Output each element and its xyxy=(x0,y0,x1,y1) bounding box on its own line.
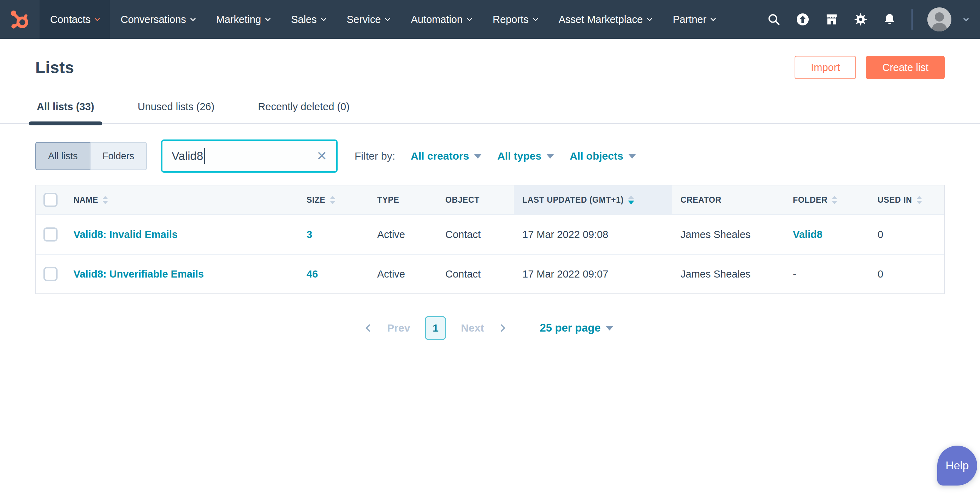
cell-object: Contact xyxy=(437,229,514,240)
cell-folder: - xyxy=(784,268,869,280)
import-button[interactable]: Import xyxy=(795,56,856,79)
column-label: SIZE xyxy=(307,195,326,205)
search-icon[interactable] xyxy=(767,12,781,27)
nav-item-automation[interactable]: Automation xyxy=(400,0,482,39)
cell-size: 3 xyxy=(298,229,369,240)
sort-icon xyxy=(916,196,922,204)
nav-item-label: Sales xyxy=(291,14,317,25)
cell-size: 46 xyxy=(298,268,369,280)
row-checkbox-cell xyxy=(36,267,65,281)
column-header-folder[interactable]: FOLDER xyxy=(784,185,869,214)
tab-unused-lists[interactable]: Unused lists (26) xyxy=(136,97,216,123)
table-row: Valid8: Invalid Emails 3 Active Contact … xyxy=(36,214,944,254)
lists-table: NAME SIZE TYPE OBJECT LAST UPDATED (GMT+… xyxy=(35,185,945,294)
nav-item-service[interactable]: Service xyxy=(336,0,401,39)
tab-all-lists[interactable]: All lists (33) xyxy=(35,97,96,123)
list-name-link[interactable]: Valid8: Unverifiable Emails xyxy=(73,268,204,280)
cell-last-updated: 17 Mar 2022 09:07 xyxy=(514,268,672,280)
prev-page-chevron-icon[interactable] xyxy=(366,324,374,332)
chevron-down-icon xyxy=(385,16,391,21)
list-name-link[interactable]: Valid8: Invalid Emails xyxy=(73,229,178,240)
column-label: USED IN xyxy=(878,195,912,205)
column-header-type[interactable]: TYPE xyxy=(369,185,437,214)
header-checkbox-cell xyxy=(36,185,65,214)
nav-item-asset-marketplace[interactable]: Asset Marketplace xyxy=(548,0,662,39)
chevron-down-icon xyxy=(711,16,716,21)
column-header-used-in[interactable]: USED IN xyxy=(869,185,944,214)
toggle-all-lists[interactable]: All lists xyxy=(35,142,91,170)
clear-search-icon[interactable]: ✕ xyxy=(317,150,327,162)
nav-item-partner[interactable]: Partner xyxy=(662,0,726,39)
row-checkbox[interactable] xyxy=(43,267,57,281)
per-page-dropdown[interactable]: 25 per page xyxy=(539,322,613,334)
column-label: LAST UPDATED (GMT+1) xyxy=(522,195,624,205)
nav-item-conversations[interactable]: Conversations xyxy=(110,0,205,39)
sort-icon xyxy=(832,196,837,204)
column-header-name[interactable]: NAME xyxy=(65,185,298,214)
nav-item-marketing[interactable]: Marketing xyxy=(205,0,280,39)
nav-item-reports[interactable]: Reports xyxy=(482,0,548,39)
lists-table-section: NAME SIZE TYPE OBJECT LAST UPDATED (GMT+… xyxy=(0,185,980,294)
nav-item-label: Service xyxy=(347,14,381,25)
creators-filter-dropdown[interactable]: All creators xyxy=(411,150,482,162)
types-filter-dropdown[interactable]: All types xyxy=(497,150,554,162)
sort-desc-active-icon xyxy=(628,195,634,205)
hubspot-logo[interactable] xyxy=(0,0,40,39)
chevron-down-icon xyxy=(546,154,554,159)
search-value: Valid8 xyxy=(172,149,203,163)
folder-link[interactable]: Valid8 xyxy=(793,229,822,240)
nav-item-label: Marketing xyxy=(216,14,261,25)
settings-icon[interactable] xyxy=(854,12,868,27)
cell-type: Active xyxy=(369,229,437,240)
account-menu-chevron-icon[interactable] xyxy=(963,16,969,21)
sort-icon xyxy=(102,196,108,204)
upgrade-icon[interactable] xyxy=(795,12,810,27)
pager-controls: Prev 1 Next xyxy=(367,316,504,340)
current-page-indicator[interactable]: 1 xyxy=(425,316,446,340)
column-header-object[interactable]: OBJECT xyxy=(437,185,514,214)
view-toggle: All lists Folders xyxy=(35,142,147,170)
text-cursor xyxy=(204,148,205,164)
objects-filter-dropdown[interactable]: All objects xyxy=(570,150,636,162)
tabs-bar: All lists (33) Unused lists (26) Recentl… xyxy=(0,97,980,124)
dropdown-label: All types xyxy=(497,150,541,162)
row-checkbox[interactable] xyxy=(43,227,57,241)
nav-item-label: Asset Marketplace xyxy=(559,14,643,25)
nav-item-sales[interactable]: Sales xyxy=(280,0,336,39)
cell-object: Contact xyxy=(437,268,514,280)
list-size-link[interactable]: 46 xyxy=(307,268,318,280)
nav-item-label: Reports xyxy=(493,14,529,25)
pagination: Prev 1 Next 25 per page xyxy=(0,316,980,340)
list-size-link[interactable]: 3 xyxy=(307,229,312,240)
next-page-button[interactable]: Next xyxy=(461,322,484,334)
help-button[interactable]: Help xyxy=(937,446,977,486)
hubspot-sprocket-icon xyxy=(9,8,31,30)
page-header: Lists Import Create list xyxy=(0,39,980,79)
column-label: NAME xyxy=(73,195,98,205)
marketplace-icon[interactable] xyxy=(825,12,839,27)
cell-used-in: 0 xyxy=(869,268,944,280)
filter-bar: All lists Folders Valid8 ✕ Filter by: Al… xyxy=(0,140,980,173)
search-input[interactable]: Valid8 ✕ xyxy=(161,140,337,173)
avatar[interactable] xyxy=(928,7,951,32)
column-label: OBJECT xyxy=(445,195,480,205)
toggle-folders[interactable]: Folders xyxy=(91,142,147,170)
chevron-down-icon xyxy=(265,16,271,21)
next-page-chevron-icon[interactable] xyxy=(498,324,506,332)
column-label: FOLDER xyxy=(793,195,827,205)
notifications-icon[interactable] xyxy=(883,12,897,27)
column-header-last-updated[interactable]: LAST UPDATED (GMT+1) xyxy=(514,185,672,214)
tab-recently-deleted[interactable]: Recently deleted (0) xyxy=(256,97,351,123)
column-header-creator[interactable]: CREATOR xyxy=(672,185,784,214)
column-header-size[interactable]: SIZE xyxy=(298,185,369,214)
select-all-checkbox[interactable] xyxy=(43,193,57,207)
cell-creator: James Sheales xyxy=(672,268,784,280)
create-list-button[interactable]: Create list xyxy=(866,56,945,79)
prev-page-button[interactable]: Prev xyxy=(387,322,410,334)
dropdown-label: All creators xyxy=(411,150,469,162)
chevron-down-icon xyxy=(647,16,652,21)
cell-name: Valid8: Invalid Emails xyxy=(65,229,298,240)
page-title: Lists xyxy=(35,58,74,77)
nav-item-label: Automation xyxy=(411,14,463,25)
nav-item-contacts[interactable]: Contacts xyxy=(40,0,110,39)
